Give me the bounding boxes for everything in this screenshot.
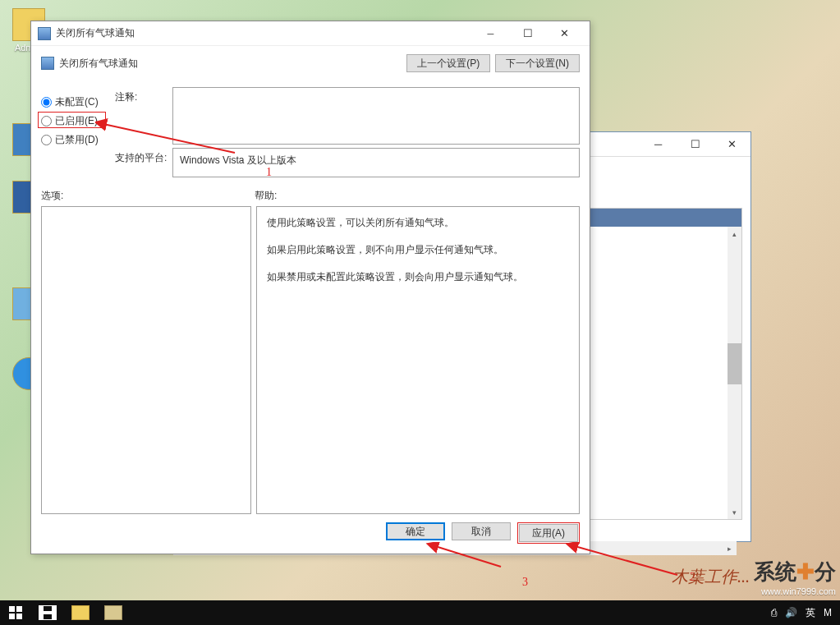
next-setting-button[interactable]: 下一个设置(N) (495, 54, 580, 72)
start-button[interactable] (0, 600, 31, 625)
annotation-arrow-2 (562, 542, 686, 583)
window2-controls: ─ ☐ ✕ (640, 133, 750, 156)
tray-volume-icon[interactable]: 🔊 (785, 607, 797, 618)
watermark-studio: 木葉工作... (672, 566, 750, 588)
cancel-button[interactable]: 取消 (452, 522, 511, 540)
radio-input[interactable] (41, 97, 52, 108)
watermark-logo: 系统✚分 (754, 558, 836, 586)
policy-icon (38, 27, 51, 40)
dialog-button-row: 确定 取消 应用(A) (41, 522, 580, 544)
scrollbar-thumb[interactable] (728, 343, 741, 384)
apply-button[interactable]: 应用(A) (519, 524, 578, 542)
svg-line-2 (575, 546, 677, 575)
watermark: 系统✚分 www.win7999.com (754, 558, 836, 596)
options-panel (41, 206, 251, 514)
scroll-right-icon[interactable]: ▸ (723, 541, 737, 555)
close-button[interactable] (546, 22, 583, 45)
radio-not-configured[interactable]: 未配置(C) (41, 95, 115, 109)
maximize-button[interactable] (509, 22, 546, 45)
radio-input[interactable] (41, 135, 52, 145)
task-view-icon (39, 605, 57, 620)
minimize-button[interactable]: ─ (640, 133, 677, 156)
task-view-button[interactable] (31, 600, 64, 625)
help-paragraph: 使用此策略设置，可以关闭所有通知气球。 (267, 215, 569, 231)
taskbar[interactable]: ⎙ 🔊 英 M (0, 600, 840, 625)
window-controls (472, 22, 583, 45)
annotation-arrow-3 (419, 542, 517, 575)
help-label: 帮助: (255, 189, 580, 203)
dialog-titlebar[interactable]: 关闭所有气球通知 (31, 21, 590, 46)
ok-button[interactable]: 确定 (386, 522, 445, 540)
svg-rect-3 (9, 606, 15, 612)
taskbar-notepad[interactable] (97, 600, 130, 625)
policy-icon (41, 57, 54, 70)
section-labels: 选项: 帮助: (41, 189, 580, 203)
help-paragraph: 如果启用此策略设置，则不向用户显示任何通知气球。 (267, 242, 569, 258)
svg-rect-4 (16, 606, 22, 612)
tray-icon[interactable]: ⎙ (771, 607, 777, 618)
watermark-url: www.win7999.com (754, 586, 836, 596)
tray-ime-mode[interactable]: M (824, 607, 832, 618)
radio-input[interactable] (41, 116, 52, 126)
annotation-highlight-2: 应用(A) (517, 522, 580, 544)
svg-rect-6 (16, 614, 22, 619)
dialog-title: 关闭所有气球通知 (56, 26, 472, 40)
lower-panels: 使用此策略设置，可以关闭所有通知气球。 如果启用此策略设置，则不向用户显示任何通… (41, 206, 580, 514)
options-label: 选项: (41, 189, 255, 203)
annotation-arrow-1 (95, 112, 243, 161)
svg-line-1 (435, 546, 501, 567)
radio-label: 已启用(E) (55, 114, 98, 128)
scroll-up-icon[interactable]: ▴ (728, 227, 741, 241)
radio-label: 未配置(C) (55, 95, 99, 109)
maximize-button[interactable]: ☐ (677, 133, 714, 156)
windows-icon (9, 606, 22, 619)
svg-rect-5 (9, 614, 15, 619)
taskbar-file-explorer[interactable] (64, 600, 97, 625)
tray-ime-lang[interactable]: 英 (806, 606, 815, 620)
svg-line-0 (103, 124, 235, 153)
dialog-body: 关闭所有气球通知 上一个设置(P) 下一个设置(N) 未配置(C) 已启用(E)… (31, 46, 590, 554)
subtitle-row: 关闭所有气球通知 上一个设置(P) 下一个设置(N) (41, 54, 580, 72)
minimize-button[interactable] (472, 22, 509, 45)
close-button[interactable]: ✕ (714, 133, 750, 156)
previous-setting-button[interactable]: 上一个设置(P) (406, 54, 490, 72)
folder-icon (71, 605, 90, 620)
system-tray: ⎙ 🔊 英 M (763, 606, 840, 620)
radio-label: 已禁用(D) (55, 133, 99, 147)
scroll-down-icon[interactable]: ▾ (728, 505, 741, 519)
policy-settings-dialog: 关闭所有气球通知 关闭所有气球通知 上一个设置(P) 下一个设置(N) 未配置(… (30, 21, 590, 554)
policy-name: 关闭所有气球通知 (59, 57, 406, 71)
notepad-icon (104, 605, 122, 620)
help-paragraph: 如果禁用或未配置此策略设置，则会向用户显示通知气球。 (267, 269, 569, 285)
help-panel: 使用此策略设置，可以关闭所有通知气球。 如果启用此策略设置，则不向用户显示任何通… (256, 206, 580, 514)
vertical-scrollbar[interactable]: ▴ ▾ (728, 227, 741, 519)
